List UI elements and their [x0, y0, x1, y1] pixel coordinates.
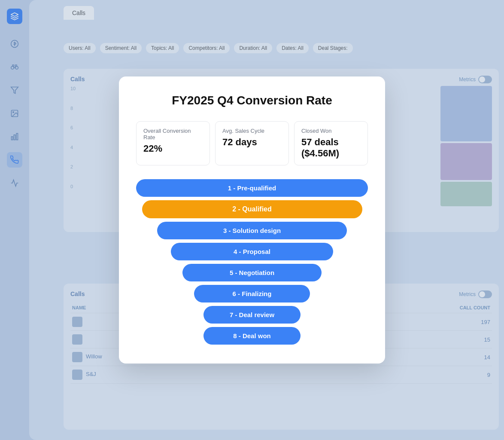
metric-label-conversion: Overall Conversion Rate	[143, 128, 203, 141]
modal-title: FY2025 Q4 Conversion Rate	[136, 94, 368, 107]
metric-label-closed-won: Closed Won	[301, 128, 361, 134]
funnel-bar-8[interactable]: 8 - Deal won	[203, 327, 301, 345]
metric-card-sales-cycle: Avg. Sales Cycle 72 days	[215, 121, 289, 165]
metric-value-conversion: 22%	[143, 143, 203, 154]
conversion-rate-modal: FY2025 Q4 Conversion Rate Overall Conver…	[119, 76, 385, 364]
funnel-chart: 1 - Pre-qualified2 - Qualified3 - Soluti…	[136, 179, 368, 345]
funnel-bar-5[interactable]: 5 - Negotiation	[182, 264, 322, 281]
modal-overlay[interactable]: FY2025 Q4 Conversion Rate Overall Conver…	[0, 0, 504, 440]
metric-card-closed-won: Closed Won 57 deals ($4.56M)	[294, 121, 368, 165]
funnel-bar-4[interactable]: 4 - Proposal	[171, 243, 333, 260]
metric-label-sales-cycle: Avg. Sales Cycle	[222, 128, 282, 134]
metric-value-closed-won: 57 deals ($4.56M)	[301, 137, 361, 159]
funnel-bar-7[interactable]: 7 - Deal review	[203, 306, 301, 324]
metrics-row: Overall Conversion Rate 22% Avg. Sales C…	[136, 121, 368, 165]
funnel-bar-6[interactable]: 6 - Finalizing	[194, 285, 310, 302]
funnel-bar-3[interactable]: 3 - Solution design	[157, 222, 347, 239]
funnel-bar-2[interactable]: 2 - Qualified	[142, 200, 362, 218]
metric-value-sales-cycle: 72 days	[222, 137, 282, 148]
funnel-bar-1[interactable]: 1 - Pre-qualified	[136, 179, 368, 197]
metric-card-conversion: Overall Conversion Rate 22%	[136, 121, 210, 165]
